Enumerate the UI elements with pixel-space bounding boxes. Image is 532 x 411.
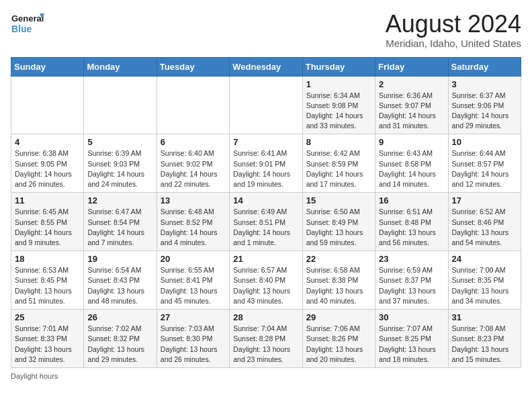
day-number: 3 bbox=[452, 79, 517, 89]
day-info: Sunrise: 6:52 AM Sunset: 8:46 PM Dayligh… bbox=[452, 207, 517, 248]
day-info: Sunrise: 6:44 AM Sunset: 8:57 PM Dayligh… bbox=[452, 148, 517, 189]
day-number: 20 bbox=[161, 254, 226, 264]
day-info: Sunrise: 6:41 AM Sunset: 9:01 PM Dayligh… bbox=[233, 148, 298, 189]
day-info: Sunrise: 6:40 AM Sunset: 9:02 PM Dayligh… bbox=[161, 148, 226, 189]
calendar-week-row: 1Sunrise: 6:34 AM Sunset: 9:08 PM Daylig… bbox=[11, 76, 521, 134]
day-info: Sunrise: 7:01 AM Sunset: 8:33 PM Dayligh… bbox=[15, 324, 80, 365]
calendar-cell: 9Sunrise: 6:43 AM Sunset: 8:58 PM Daylig… bbox=[375, 134, 448, 193]
logo-svg: General Blue bbox=[11, 11, 44, 39]
day-number: 7 bbox=[233, 137, 298, 147]
svg-text:Blue: Blue bbox=[11, 24, 32, 34]
calendar-cell bbox=[230, 76, 302, 134]
day-number: 31 bbox=[452, 312, 517, 322]
day-info: Sunrise: 6:58 AM Sunset: 8:38 PM Dayligh… bbox=[306, 265, 371, 306]
day-number: 2 bbox=[379, 79, 444, 89]
day-info: Sunrise: 6:55 AM Sunset: 8:41 PM Dayligh… bbox=[161, 265, 226, 306]
day-info: Sunrise: 7:06 AM Sunset: 8:26 PM Dayligh… bbox=[306, 324, 371, 365]
calendar-cell: 3Sunrise: 6:37 AM Sunset: 9:06 PM Daylig… bbox=[448, 76, 521, 134]
calendar-cell: 18Sunrise: 6:53 AM Sunset: 8:45 PM Dayli… bbox=[11, 251, 84, 310]
day-info: Sunrise: 6:43 AM Sunset: 8:58 PM Dayligh… bbox=[379, 148, 444, 189]
calendar-cell: 19Sunrise: 6:54 AM Sunset: 8:43 PM Dayli… bbox=[84, 251, 157, 310]
day-number: 4 bbox=[15, 137, 80, 147]
weekday-header-cell: Monday bbox=[84, 57, 157, 76]
day-number: 1 bbox=[306, 79, 371, 89]
calendar-week-row: 25Sunrise: 7:01 AM Sunset: 8:33 PM Dayli… bbox=[11, 310, 521, 368]
day-info: Sunrise: 6:37 AM Sunset: 9:06 PM Dayligh… bbox=[452, 91, 517, 132]
calendar-cell: 6Sunrise: 6:40 AM Sunset: 9:02 PM Daylig… bbox=[157, 134, 229, 193]
calendar-cell: 29Sunrise: 7:06 AM Sunset: 8:26 PM Dayli… bbox=[302, 310, 375, 368]
calendar-cell: 25Sunrise: 7:01 AM Sunset: 8:33 PM Dayli… bbox=[11, 310, 84, 368]
footer-note: Daylight hours bbox=[11, 372, 521, 380]
day-info: Sunrise: 6:57 AM Sunset: 8:40 PM Dayligh… bbox=[233, 265, 298, 306]
day-number: 30 bbox=[379, 312, 444, 322]
day-number: 8 bbox=[306, 137, 371, 147]
day-info: Sunrise: 7:00 AM Sunset: 8:35 PM Dayligh… bbox=[452, 265, 517, 306]
day-info: Sunrise: 6:36 AM Sunset: 9:07 PM Dayligh… bbox=[379, 91, 444, 132]
day-number: 19 bbox=[87, 254, 152, 264]
day-number: 6 bbox=[161, 137, 226, 147]
calendar-cell: 21Sunrise: 6:57 AM Sunset: 8:40 PM Dayli… bbox=[230, 251, 302, 310]
day-number: 26 bbox=[87, 312, 152, 322]
calendar-cell: 12Sunrise: 6:47 AM Sunset: 8:54 PM Dayli… bbox=[84, 193, 157, 251]
day-number: 18 bbox=[15, 254, 80, 264]
calendar-cell: 11Sunrise: 6:45 AM Sunset: 8:55 PM Dayli… bbox=[11, 193, 84, 251]
calendar-cell: 2Sunrise: 6:36 AM Sunset: 9:07 PM Daylig… bbox=[375, 76, 448, 134]
calendar-week-row: 11Sunrise: 6:45 AM Sunset: 8:55 PM Dayli… bbox=[11, 193, 521, 251]
day-number: 14 bbox=[233, 195, 298, 205]
calendar-cell: 14Sunrise: 6:49 AM Sunset: 8:51 PM Dayli… bbox=[230, 193, 302, 251]
day-info: Sunrise: 6:45 AM Sunset: 8:55 PM Dayligh… bbox=[15, 207, 80, 248]
calendar-cell: 31Sunrise: 7:08 AM Sunset: 8:23 PM Dayli… bbox=[448, 310, 521, 368]
calendar-cell: 30Sunrise: 7:07 AM Sunset: 8:25 PM Dayli… bbox=[375, 310, 448, 368]
calendar-cell: 8Sunrise: 6:42 AM Sunset: 8:59 PM Daylig… bbox=[302, 134, 375, 193]
day-number: 15 bbox=[306, 195, 371, 205]
day-number: 5 bbox=[87, 137, 152, 147]
weekday-header-cell: Thursday bbox=[302, 57, 375, 76]
day-number: 25 bbox=[15, 312, 80, 322]
day-number: 11 bbox=[15, 195, 80, 205]
day-number: 13 bbox=[161, 195, 226, 205]
calendar-cell: 13Sunrise: 6:48 AM Sunset: 8:52 PM Dayli… bbox=[157, 193, 229, 251]
calendar-cell: 4Sunrise: 6:38 AM Sunset: 9:05 PM Daylig… bbox=[11, 134, 84, 193]
calendar-table: SundayMondayTuesdayWednesdayThursdayFrid… bbox=[11, 57, 521, 368]
calendar-cell: 22Sunrise: 6:58 AM Sunset: 8:38 PM Dayli… bbox=[302, 251, 375, 310]
day-info: Sunrise: 7:03 AM Sunset: 8:30 PM Dayligh… bbox=[161, 324, 226, 365]
calendar-cell: 26Sunrise: 7:02 AM Sunset: 8:32 PM Dayli… bbox=[84, 310, 157, 368]
day-info: Sunrise: 6:51 AM Sunset: 8:48 PM Dayligh… bbox=[379, 207, 444, 248]
day-info: Sunrise: 7:02 AM Sunset: 8:32 PM Dayligh… bbox=[87, 324, 152, 365]
day-info: Sunrise: 7:08 AM Sunset: 8:23 PM Dayligh… bbox=[452, 324, 517, 365]
header: General Blue August 2024 Meridian, Idaho… bbox=[11, 11, 521, 49]
main-title: August 2024 bbox=[386, 11, 521, 38]
calendar-cell bbox=[157, 76, 229, 134]
calendar-cell: 23Sunrise: 6:59 AM Sunset: 8:37 PM Dayli… bbox=[375, 251, 448, 310]
calendar-week-row: 4Sunrise: 6:38 AM Sunset: 9:05 PM Daylig… bbox=[11, 134, 521, 193]
day-info: Sunrise: 7:04 AM Sunset: 8:28 PM Dayligh… bbox=[233, 324, 298, 365]
svg-text:General: General bbox=[11, 13, 44, 24]
day-info: Sunrise: 6:38 AM Sunset: 9:05 PM Dayligh… bbox=[15, 148, 80, 189]
logo: General Blue bbox=[11, 11, 44, 39]
day-info: Sunrise: 6:53 AM Sunset: 8:45 PM Dayligh… bbox=[15, 265, 80, 306]
calendar-cell: 16Sunrise: 6:51 AM Sunset: 8:48 PM Dayli… bbox=[375, 193, 448, 251]
day-info: Sunrise: 6:34 AM Sunset: 9:08 PM Dayligh… bbox=[306, 91, 371, 132]
day-info: Sunrise: 6:42 AM Sunset: 8:59 PM Dayligh… bbox=[306, 148, 371, 189]
day-number: 10 bbox=[452, 137, 517, 147]
day-info: Sunrise: 6:48 AM Sunset: 8:52 PM Dayligh… bbox=[161, 207, 226, 248]
weekday-header-cell: Wednesday bbox=[230, 57, 302, 76]
day-number: 9 bbox=[379, 137, 444, 147]
day-number: 29 bbox=[306, 312, 371, 322]
day-info: Sunrise: 6:54 AM Sunset: 8:43 PM Dayligh… bbox=[87, 265, 152, 306]
calendar-cell: 15Sunrise: 6:50 AM Sunset: 8:49 PM Dayli… bbox=[302, 193, 375, 251]
calendar-cell: 7Sunrise: 6:41 AM Sunset: 9:01 PM Daylig… bbox=[230, 134, 302, 193]
day-info: Sunrise: 6:47 AM Sunset: 8:54 PM Dayligh… bbox=[87, 207, 152, 248]
calendar-cell: 1Sunrise: 6:34 AM Sunset: 9:08 PM Daylig… bbox=[302, 76, 375, 134]
calendar-cell: 28Sunrise: 7:04 AM Sunset: 8:28 PM Dayli… bbox=[230, 310, 302, 368]
weekday-header-cell: Friday bbox=[375, 57, 448, 76]
day-number: 24 bbox=[452, 254, 517, 264]
day-number: 17 bbox=[452, 195, 517, 205]
day-number: 27 bbox=[161, 312, 226, 322]
day-info: Sunrise: 6:59 AM Sunset: 8:37 PM Dayligh… bbox=[379, 265, 444, 306]
calendar-cell: 17Sunrise: 6:52 AM Sunset: 8:46 PM Dayli… bbox=[448, 193, 521, 251]
title-block: August 2024 Meridian, Idaho, United Stat… bbox=[386, 11, 521, 49]
day-info: Sunrise: 6:39 AM Sunset: 9:03 PM Dayligh… bbox=[87, 148, 152, 189]
weekday-header-row: SundayMondayTuesdayWednesdayThursdayFrid… bbox=[11, 57, 521, 76]
day-info: Sunrise: 6:50 AM Sunset: 8:49 PM Dayligh… bbox=[306, 207, 371, 248]
